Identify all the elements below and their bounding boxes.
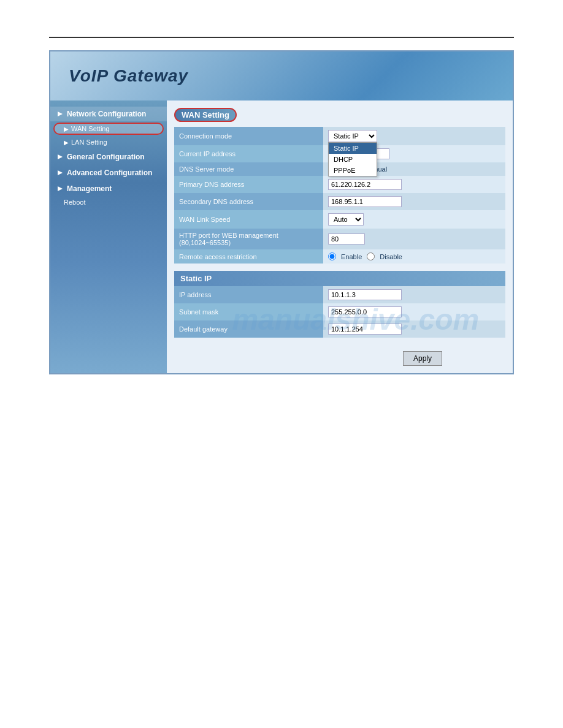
connection-mode-dropdown-open: Static IP DHCP PPPoE bbox=[328, 142, 377, 176]
table-row: Secondary DNS address bbox=[174, 193, 505, 210]
table-row: WAN Link Speed Auto 10M 100M bbox=[174, 210, 505, 229]
sidebar: Network Configuration ▶ WAN Setting ▶ LA… bbox=[50, 100, 167, 373]
enable-label: Enable bbox=[341, 253, 362, 260]
browser-frame: VoIP Gateway Network Configuration ▶ WA bbox=[49, 50, 514, 374]
primary-dns-input[interactable] bbox=[328, 179, 402, 190]
main-content: Network Configuration ▶ WAN Setting ▶ LA… bbox=[50, 100, 513, 373]
arrow-advanced-icon bbox=[56, 169, 64, 176]
arrow-lan-icon: ▶ bbox=[64, 139, 69, 146]
sidebar-label-network-config: Network Configuration bbox=[67, 110, 146, 118]
svg-marker-3 bbox=[58, 186, 63, 191]
label-ip-address: IP address bbox=[174, 286, 323, 303]
value-http-port bbox=[323, 229, 505, 249]
value-remote-access: Enable Disable bbox=[323, 249, 505, 264]
default-gateway-input[interactable] bbox=[328, 324, 402, 335]
svg-marker-1 bbox=[58, 154, 63, 159]
arrow-general-icon bbox=[56, 153, 64, 161]
sidebar-label-reboot: Reboot bbox=[64, 199, 85, 206]
table-row: Remote access restriction Enable Disable bbox=[174, 249, 505, 264]
sidebar-item-advanced-config[interactable]: Advanced Configuration bbox=[50, 165, 167, 180]
sidebar-section-general: General Configuration bbox=[50, 150, 167, 164]
value-default-gateway bbox=[323, 320, 505, 338]
value-secondary-dns bbox=[323, 193, 505, 210]
label-dns-mode: DNS Server mode bbox=[174, 162, 323, 176]
dropdown-option-dhcp[interactable]: DHCP bbox=[329, 154, 377, 165]
remote-access-radio-group: Enable Disable bbox=[328, 252, 500, 260]
sidebar-item-reboot[interactable]: Reboot bbox=[50, 196, 167, 208]
static-ip-section-title: Static IP bbox=[174, 271, 505, 286]
page-wrapper: VoIP Gateway Network Configuration ▶ WA bbox=[0, 0, 563, 728]
table-row: HTTP port for WEB management(80,1024~655… bbox=[174, 229, 505, 249]
sidebar-item-general-config[interactable]: General Configuration bbox=[50, 150, 167, 164]
subnet-mask-input[interactable] bbox=[328, 306, 402, 317]
arrow-right-icon bbox=[56, 110, 64, 118]
table-row: Connection mode Static IP DHCP PPPoE bbox=[174, 127, 505, 145]
top-border bbox=[49, 37, 514, 38]
arrow-management-icon bbox=[56, 185, 64, 192]
label-secondary-dns: Secondary DNS address bbox=[174, 193, 323, 210]
sidebar-label-general-config: General Configuration bbox=[67, 153, 145, 161]
label-primary-dns: Primary DNS address bbox=[174, 176, 323, 193]
svg-marker-2 bbox=[58, 170, 63, 175]
table-row: IP address bbox=[174, 286, 505, 303]
header-banner: VoIP Gateway bbox=[50, 51, 513, 100]
svg-marker-0 bbox=[58, 112, 63, 116]
static-ip-section: Static IP IP address Subnet mask bbox=[174, 271, 505, 338]
wan-section-header-row: WAN Setting bbox=[174, 108, 505, 122]
label-subnet-mask: Subnet mask bbox=[174, 303, 323, 320]
sidebar-label-lan-setting: LAN Setting bbox=[71, 138, 107, 146]
disable-radio[interactable] bbox=[367, 252, 375, 260]
sidebar-item-wan-setting[interactable]: ▶ WAN Setting bbox=[53, 123, 164, 135]
value-connection-mode: Static IP DHCP PPPoE Static IP DHCP PPPo… bbox=[323, 127, 505, 145]
arrow-wan-icon: ▶ bbox=[64, 126, 69, 132]
table-row: Primary DNS address bbox=[174, 176, 505, 193]
sidebar-label-management: Management bbox=[67, 184, 112, 193]
label-connection-mode: Connection mode bbox=[174, 127, 323, 145]
sidebar-label-wan-setting: WAN Setting bbox=[71, 125, 110, 132]
content-area: WAN Setting Connection mode Static IP bbox=[167, 100, 513, 373]
sidebar-item-management[interactable]: Management bbox=[50, 181, 167, 196]
wan-link-speed-select[interactable]: Auto 10M 100M bbox=[328, 213, 364, 226]
sidebar-section-network: Network Configuration ▶ WAN Setting ▶ LA… bbox=[50, 107, 167, 148]
label-default-gateway: Default gateway bbox=[174, 320, 323, 338]
label-wan-link-speed: WAN Link Speed bbox=[174, 210, 323, 229]
dropdown-option-static-ip[interactable]: Static IP bbox=[329, 143, 377, 154]
static-ip-table: IP address Subnet mask bbox=[174, 286, 505, 338]
http-port-input[interactable] bbox=[328, 233, 365, 245]
value-subnet-mask bbox=[323, 303, 505, 320]
app-title: VoIP Gateway bbox=[69, 66, 188, 86]
connection-mode-select[interactable]: Static IP DHCP PPPoE bbox=[328, 130, 377, 142]
sidebar-section-advanced: Advanced Configuration bbox=[50, 165, 167, 180]
sidebar-item-network-config[interactable]: Network Configuration bbox=[50, 107, 167, 121]
apply-button-container: Apply bbox=[174, 345, 505, 366]
disable-label: Disable bbox=[380, 253, 402, 260]
value-ip-address bbox=[323, 286, 505, 303]
table-row: Default gateway bbox=[174, 320, 505, 338]
wan-section-title: WAN Setting bbox=[174, 108, 237, 122]
table-row: Subnet mask bbox=[174, 303, 505, 320]
connection-mode-dropdown-wrapper: Static IP DHCP PPPoE Static IP DHCP PPPo… bbox=[328, 130, 377, 142]
label-remote-access: Remote access restriction bbox=[174, 249, 323, 264]
dropdown-option-pppoe[interactable]: PPPoE bbox=[329, 165, 377, 176]
wan-config-table: Connection mode Static IP DHCP PPPoE bbox=[174, 127, 505, 264]
sidebar-item-lan-setting[interactable]: ▶ LAN Setting bbox=[50, 136, 167, 148]
secondary-dns-input[interactable] bbox=[328, 196, 402, 207]
enable-radio[interactable] bbox=[328, 252, 336, 260]
sidebar-label-advanced-config: Advanced Configuration bbox=[67, 169, 152, 177]
value-wan-link-speed: Auto 10M 100M bbox=[323, 210, 505, 229]
ip-address-input[interactable] bbox=[328, 289, 402, 300]
label-current-ip: Current IP address bbox=[174, 145, 323, 162]
label-http-port: HTTP port for WEB management(80,1024~655… bbox=[174, 229, 323, 249]
sidebar-section-management: Management Reboot bbox=[50, 181, 167, 208]
apply-button[interactable]: Apply bbox=[403, 351, 442, 366]
value-primary-dns bbox=[323, 176, 505, 193]
